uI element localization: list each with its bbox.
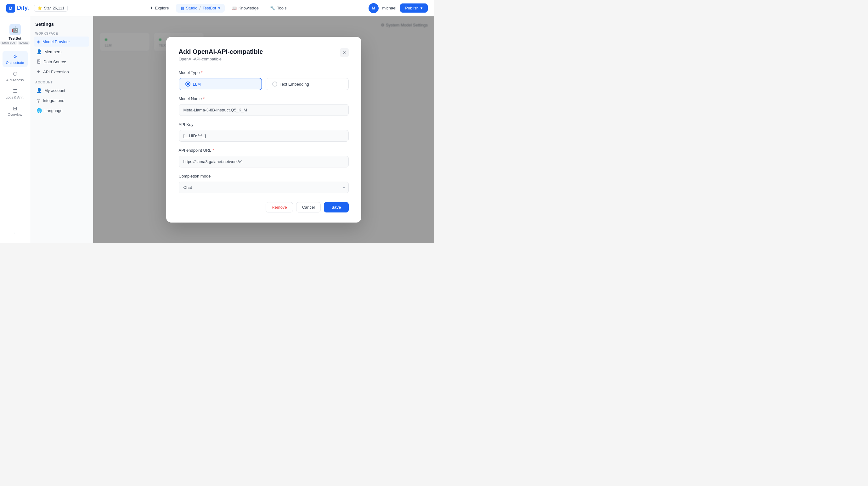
logo-text: Dify.: [17, 5, 29, 11]
tools-label: Tools: [277, 6, 286, 10]
settings-language[interactable]: 🌐 Language: [34, 105, 89, 116]
completion-mode-field: Completion mode Chat Completion ▾: [179, 174, 349, 193]
settings-api-extension[interactable]: ★ API Extension: [34, 67, 89, 77]
bot-tags: CHATBOT BASIC: [0, 41, 29, 45]
settings-integrations[interactable]: ◎ Integrations: [34, 95, 89, 105]
my-account-label: My account: [44, 88, 65, 93]
settings-panel: Settings WORKSPACE ◈ Model Provider 👤 Me…: [30, 17, 93, 243]
data-source-icon: 🗄: [36, 59, 41, 64]
modal-close-button[interactable]: ✕: [340, 48, 349, 57]
model-name-field: Model Name *: [179, 96, 349, 116]
content-area: ⚙ System Model Settings LLM TEXT EMBEDDI…: [93, 17, 434, 243]
data-source-label: Data Source: [43, 60, 66, 64]
api-extension-label: API Extension: [43, 69, 69, 74]
model-provider-icon: ◈: [36, 39, 40, 44]
language-label: Language: [44, 108, 63, 113]
nav-knowledge[interactable]: 📖 Knowledge: [227, 4, 263, 12]
radio-llm[interactable]: LLM: [179, 78, 262, 90]
star-badge[interactable]: ⭐ Star 26,111: [34, 5, 68, 12]
collapse-icon[interactable]: ←: [13, 231, 17, 236]
members-label: Members: [44, 50, 61, 54]
completion-mode-select[interactable]: Chat Completion: [179, 182, 349, 193]
api-endpoint-field: API endpoint URL *: [179, 148, 349, 168]
remove-button[interactable]: Remove: [266, 202, 293, 212]
model-type-radio-group: LLM Text Embedding: [179, 78, 349, 90]
model-type-label: Model Type *: [179, 70, 349, 75]
nav-right: M michael Publish ▾: [369, 3, 428, 13]
studio-label: Studio: [186, 6, 198, 10]
model-type-required: *: [201, 70, 203, 75]
settings-title: Settings: [34, 22, 89, 27]
account-label: ACCOUNT: [34, 81, 89, 84]
modal-title-group: Add OpenAI-API-compatible OpenAI-API-com…: [179, 48, 263, 61]
publish-button[interactable]: Publish ▾: [400, 3, 428, 12]
overview-label: Overview: [8, 113, 22, 117]
members-icon: 👤: [36, 49, 42, 54]
settings-my-account[interactable]: 👤 My account: [34, 85, 89, 95]
model-name-input[interactable]: [179, 104, 349, 116]
dify-logo-icon: D: [6, 4, 15, 12]
api-extension-icon: ★: [36, 69, 40, 74]
bot-tag-basic: BASIC: [18, 41, 30, 45]
explore-icon: ✦: [150, 6, 153, 10]
logs-label: Logs & Ann.: [6, 95, 24, 99]
tools-icon: 🔧: [270, 6, 275, 10]
testbot-label: TestBot: [203, 6, 216, 10]
settings-data-source[interactable]: 🗄 Data Source: [34, 57, 89, 67]
nav-explore[interactable]: ✦ Explore: [146, 4, 174, 12]
integrations-label: Integrations: [43, 98, 64, 103]
nav-studio[interactable]: ▦ Studio / TestBot ▾: [176, 4, 225, 12]
star-count: 26,111: [53, 6, 64, 10]
radio-llm-dot: [185, 82, 190, 87]
model-type-field: Model Type * LLM: [179, 70, 349, 90]
nav-tools[interactable]: 🔧 Tools: [266, 4, 291, 12]
completion-mode-select-wrapper: Chat Completion ▾: [179, 182, 349, 193]
sidebar-item-overview[interactable]: ⊞ Overview: [2, 103, 28, 119]
language-icon: 🌐: [36, 108, 42, 113]
bot-avatar: 🤖: [9, 24, 21, 35]
my-account-icon: 👤: [36, 88, 42, 93]
api-key-input[interactable]: [179, 130, 349, 142]
modal-footer: Remove Cancel Save: [179, 202, 349, 212]
sidebar-item-api-access[interactable]: ⬡ API Access: [2, 68, 28, 84]
completion-mode-label: Completion mode: [179, 174, 349, 179]
settings-model-provider[interactable]: ◈ Model Provider: [34, 36, 89, 47]
radio-text-embedding[interactable]: Text Embedding: [266, 78, 349, 90]
logo[interactable]: D Dify.: [6, 4, 29, 12]
chevron-down-icon: ▾: [218, 6, 220, 10]
model-name-label: Model Name *: [179, 96, 349, 101]
sidebar-bottom: ←: [0, 228, 30, 238]
bot-name: TestBot: [8, 36, 21, 40]
sidebar-item-orchestrate[interactable]: ⚙ Orchestrate: [2, 51, 28, 67]
knowledge-label: Knowledge: [239, 6, 259, 10]
orchestrate-icon: ⚙: [13, 54, 17, 60]
model-provider-label: Model Provider: [42, 39, 70, 44]
modal: Add OpenAI-API-compatible OpenAI-API-com…: [166, 37, 361, 222]
overview-icon: ⊞: [13, 105, 17, 112]
modal-title: Add OpenAI-API-compatible: [179, 48, 263, 55]
publish-label: Publish: [405, 6, 418, 10]
overlay: Add OpenAI-API-compatible OpenAI-API-com…: [93, 17, 434, 243]
user-avatar[interactable]: M: [369, 3, 379, 13]
api-access-label: API Access: [6, 78, 24, 82]
cancel-button[interactable]: Cancel: [296, 202, 321, 212]
api-key-field: API Key: [179, 122, 349, 142]
api-access-icon: ⬡: [13, 71, 17, 77]
api-endpoint-input[interactable]: [179, 156, 349, 168]
sidebar: 🤖 TestBot CHATBOT BASIC ⚙ Orchestrate ⬡ …: [0, 17, 30, 243]
settings-members[interactable]: 👤 Members: [34, 47, 89, 57]
api-endpoint-label: API endpoint URL *: [179, 148, 349, 153]
save-button[interactable]: Save: [324, 202, 348, 212]
knowledge-icon: 📖: [231, 6, 237, 10]
star-icon: ⭐: [37, 6, 42, 10]
star-label: Star: [44, 6, 51, 10]
sidebar-item-logs[interactable]: ☰ Logs & Ann.: [2, 86, 28, 102]
nav-separator: /: [199, 6, 200, 11]
api-endpoint-required: *: [213, 148, 214, 153]
logs-icon: ☰: [13, 88, 17, 94]
radio-text-embedding-dot: [272, 82, 277, 87]
model-name-required: *: [203, 96, 205, 101]
orchestrate-label: Orchestrate: [6, 61, 24, 64]
topnav: D Dify. ⭐ Star 26,111 ✦ Explore ▦ Studio…: [0, 0, 434, 17]
text-embedding-label: Text Embedding: [280, 82, 309, 87]
